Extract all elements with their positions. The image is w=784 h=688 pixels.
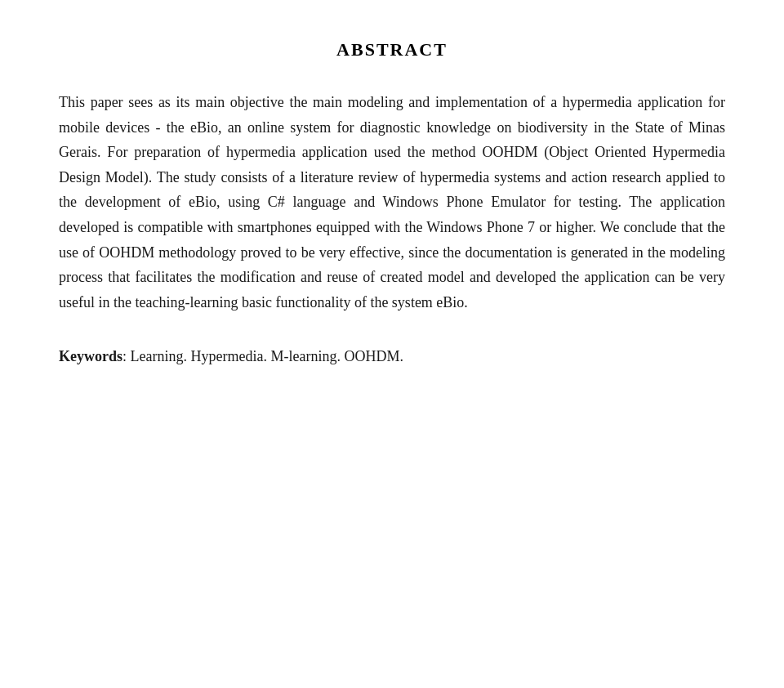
keywords-colon: :: [122, 348, 131, 364]
abstract-title: ABSTRACT: [59, 39, 725, 60]
page: ABSTRACT This paper sees as its main obj…: [0, 0, 784, 688]
keywords-line: Keywords: Learning. Hypermedia. M-learni…: [59, 344, 725, 369]
keywords-label: Keywords: [59, 348, 122, 364]
keywords-values: Learning. Hypermedia. M-learning. OOHDM.: [131, 348, 403, 364]
abstract-body: This paper sees as its main objective th…: [59, 90, 725, 315]
